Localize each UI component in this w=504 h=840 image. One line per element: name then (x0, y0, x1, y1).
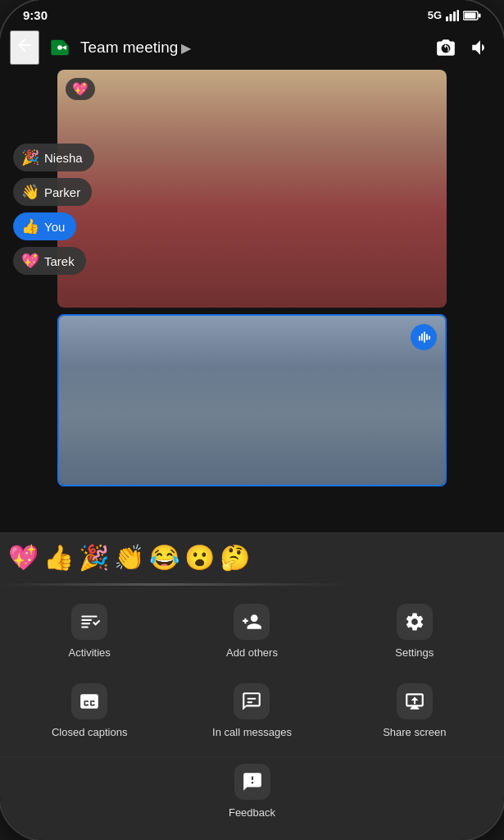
share-screen-icon (404, 691, 425, 712)
menu-item-feedback[interactable]: Feedback (229, 760, 275, 824)
top-bar: Team meeting ▶ (0, 25, 504, 70)
svg-rect-9 (424, 331, 425, 343)
phone-screen: 9:30 5G (0, 0, 504, 840)
flip-camera-icon (435, 37, 456, 58)
add-person-icon (241, 611, 262, 632)
niesha-name: Niesha (44, 151, 83, 165)
video-container: 💖 🎉 Niesha 👋 Parker 👍 You 💖 Ta (0, 70, 504, 532)
activities-label: Activities (69, 646, 111, 660)
status-icons: 5G (428, 9, 481, 21)
settings-icon (404, 611, 425, 632)
emoji-laugh[interactable]: 😂 (149, 543, 179, 572)
back-button[interactable] (10, 30, 39, 65)
share-screen-icon-wrapper (397, 683, 433, 719)
menu-item-in-call-messages[interactable]: In call messages (170, 680, 333, 743)
feedback-icon-wrapper (234, 764, 270, 800)
menu-item-settings[interactable]: Settings (334, 600, 496, 664)
tarek-emoji: 💖 (21, 252, 39, 270)
niesha-emoji: 🎉 (21, 148, 39, 167)
svg-rect-7 (419, 336, 420, 341)
reaction-pill-niesha: 🎉 Niesha (13, 144, 94, 171)
feedback-icon (242, 771, 263, 792)
meet-logo (46, 34, 74, 62)
meeting-title-wrap: Team meeting ▶ (80, 39, 429, 57)
activities-icon (79, 611, 100, 632)
video-avatar-bottom (59, 316, 445, 485)
captions-label: Closed captions (52, 726, 128, 740)
svg-rect-8 (421, 334, 423, 341)
network-indicator: 5G (428, 9, 442, 21)
status-bar: 9:30 5G (0, 0, 504, 25)
emoji-heart[interactable]: 💖 (8, 543, 39, 572)
svg-rect-0 (446, 16, 448, 21)
svg-rect-1 (450, 14, 452, 21)
reaction-pill-tarek: 💖 Tarek (13, 247, 86, 275)
messages-icon-wrapper (234, 683, 270, 719)
meet-logo-svg (47, 34, 73, 61)
flip-camera-button[interactable] (435, 37, 456, 58)
feedback-label: Feedback (229, 806, 275, 820)
menu-grid: Activities Add others Settings (0, 586, 504, 756)
you-name: You (44, 220, 65, 234)
svg-rect-12 (247, 698, 257, 700)
emoji-clap[interactable]: 👏 (114, 543, 144, 572)
activities-icon-wrapper (71, 604, 107, 640)
video-top: 💖 (57, 70, 447, 308)
reaction-pill-you: 👍 You (13, 212, 76, 240)
svg-rect-11 (429, 336, 430, 340)
add-others-label: Add others (226, 646, 278, 660)
video-avatar-top (57, 70, 447, 308)
add-others-icon-wrapper (234, 604, 270, 640)
mic-wave-icon (416, 330, 431, 345)
menu-item-add-others[interactable]: Add others (170, 600, 333, 664)
share-screen-label: Share screen (383, 726, 446, 740)
feedback-row: Feedback (0, 756, 504, 840)
emoji-party[interactable]: 🎉 (79, 543, 109, 572)
parker-name: Parker (44, 185, 80, 199)
captions-icon-wrapper (71, 683, 107, 719)
reaction-pill-parker: 👋 Parker (13, 178, 92, 206)
emoji-wow[interactable]: 😮 (184, 543, 215, 572)
status-time: 9:30 (23, 8, 48, 22)
video-bottom (57, 314, 447, 486)
top-bar-actions (435, 37, 491, 58)
signal-icon (446, 10, 459, 21)
parker-emoji: 👋 (21, 183, 39, 201)
settings-icon-wrapper (397, 604, 433, 640)
svg-rect-10 (426, 334, 428, 340)
menu-item-activities[interactable]: Activities (8, 600, 170, 664)
reactions-list: 🎉 Niesha 👋 Parker 👍 You 💖 Tarek (13, 144, 94, 275)
meeting-title: Team meeting (80, 39, 178, 57)
emoji-bar: 💖 👍 🎉 👏 😂 😮 🤔 (0, 532, 504, 578)
captions-icon (79, 691, 100, 712)
emoji-think[interactable]: 🤔 (220, 543, 250, 572)
messages-label: In call messages (212, 726, 292, 740)
battery-icon (463, 11, 481, 21)
menu-item-closed-captions[interactable]: Closed captions (8, 680, 170, 743)
you-emoji: 👍 (21, 217, 39, 235)
video-top-reaction-badge: 💖 (66, 78, 95, 100)
phone-frame: 9:30 5G (0, 0, 504, 840)
svg-rect-2 (453, 11, 456, 21)
emoji-thumbsup[interactable]: 👍 (43, 543, 74, 572)
volume-icon (470, 37, 491, 58)
settings-label: Settings (395, 646, 434, 660)
volume-button[interactable] (470, 37, 491, 58)
tarek-name: Tarek (44, 254, 75, 268)
speaking-indicator (411, 324, 437, 350)
svg-rect-3 (457, 10, 460, 21)
messages-icon (241, 691, 262, 712)
emoji-bar-wrapper: 💖 👍 🎉 👏 😂 😮 🤔 (0, 532, 504, 586)
svg-rect-5 (465, 12, 476, 18)
back-icon (15, 35, 34, 55)
menu-item-share-screen[interactable]: Share screen (334, 680, 496, 743)
title-chevron-icon[interactable]: ▶ (181, 40, 191, 56)
svg-rect-6 (479, 13, 481, 17)
svg-rect-13 (247, 701, 253, 703)
